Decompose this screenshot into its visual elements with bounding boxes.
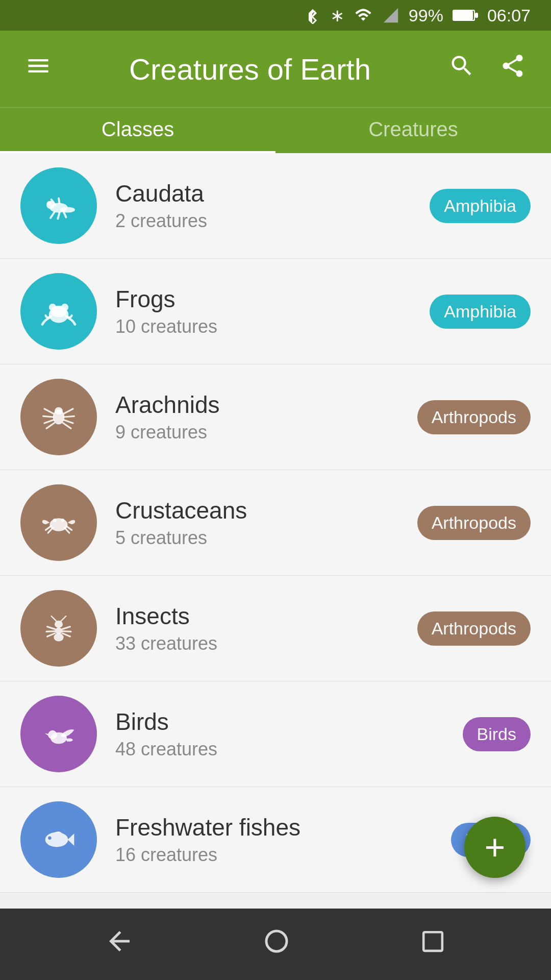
svg-line-24 — [64, 416, 74, 417]
svg-point-16 — [51, 306, 67, 317]
svg-line-39 — [47, 627, 55, 629]
svg-line-41 — [47, 633, 55, 636]
status-bar: ∗ 99% 06:07 — [0, 0, 551, 31]
svg-point-35 — [55, 627, 62, 634]
avatar — [20, 801, 97, 878]
item-count: 33 creatures — [115, 633, 399, 654]
category-badge: Birds — [463, 717, 531, 751]
item-count: 16 creatures — [115, 844, 433, 866]
svg-line-7 — [51, 212, 55, 218]
item-count: 10 creatures — [115, 316, 411, 337]
classes-list: Caudata 2 creatures Amphibia Frogs 10 cr… — [0, 153, 551, 893]
item-info: Caudata 2 creatures — [115, 180, 411, 231]
back-button[interactable] — [104, 926, 135, 963]
app-title: Creatures of Earth — [71, 52, 429, 86]
list-item[interactable]: Crustaceans 5 creatures Arthropods — [0, 470, 551, 576]
status-icons: ∗ 99% 06:07 — [304, 5, 531, 26]
svg-line-44 — [62, 633, 70, 636]
item-name: Insects — [115, 602, 399, 630]
item-info: Insects 33 creatures — [115, 602, 399, 654]
category-badge: Arthropods — [417, 506, 531, 540]
svg-line-9 — [64, 212, 66, 217]
avatar — [20, 273, 97, 350]
svg-line-42 — [62, 627, 70, 629]
item-name: Crustaceans — [115, 497, 399, 525]
svg-point-48 — [48, 837, 51, 840]
svg-point-33 — [61, 519, 64, 522]
tab-classes[interactable]: Classes — [0, 108, 276, 153]
search-button[interactable] — [444, 53, 480, 85]
svg-point-18 — [55, 407, 63, 414]
svg-line-22 — [46, 423, 55, 428]
bottom-navigation — [0, 909, 551, 980]
svg-line-21 — [44, 420, 54, 423]
list-item[interactable]: Arachnids 9 creatures Arthropods — [0, 364, 551, 470]
item-info: Birds 48 creatures — [115, 708, 444, 760]
item-name: Frogs — [115, 285, 411, 313]
category-badge: Amphibia — [430, 295, 531, 329]
battery-text: 99% — [409, 6, 443, 26]
svg-point-46 — [48, 730, 57, 740]
list-item[interactable]: Birds 48 creatures Birds — [0, 681, 551, 787]
svg-line-38 — [61, 616, 66, 621]
item-name: Caudata — [115, 180, 411, 208]
svg-line-43 — [62, 631, 71, 632]
app-bar: Creatures of Earth — [0, 31, 551, 107]
avatar — [20, 167, 97, 244]
svg-rect-50 — [423, 932, 442, 951]
svg-point-34 — [55, 621, 63, 628]
item-count: 2 creatures — [115, 210, 411, 232]
category-badge: Amphibia — [430, 189, 531, 223]
time-display: 06:07 — [487, 6, 531, 26]
svg-line-40 — [46, 631, 55, 632]
signal-icon — [382, 7, 399, 24]
svg-line-11 — [59, 199, 60, 204]
item-name: Freshwater fishes — [115, 814, 433, 842]
svg-point-32 — [53, 519, 56, 522]
add-icon: + — [485, 827, 506, 868]
svg-line-8 — [58, 213, 59, 219]
item-count: 9 creatures — [115, 422, 399, 443]
svg-line-19 — [44, 409, 54, 414]
item-info: Frogs 10 creatures — [115, 285, 411, 337]
item-info: Crustaceans 5 creatures — [115, 497, 399, 548]
item-name: Arachnids — [115, 391, 399, 419]
recent-apps-button[interactable] — [419, 927, 447, 962]
wifi-icon — [354, 7, 373, 24]
svg-line-25 — [64, 420, 73, 423]
svg-point-12 — [47, 201, 52, 205]
svg-point-36 — [54, 633, 63, 642]
tab-bar: Classes Creatures — [0, 107, 551, 153]
item-info: Arachnids 9 creatures — [115, 391, 399, 443]
avatar — [20, 484, 97, 561]
item-count: 5 creatures — [115, 527, 399, 549]
svg-point-6 — [60, 207, 75, 212]
avatar — [20, 590, 97, 667]
list-item[interactable]: Insects 33 creatures Arthropods — [0, 576, 551, 681]
item-count: 48 creatures — [115, 739, 444, 760]
list-item[interactable]: Frogs 10 creatures Amphibia — [0, 259, 551, 364]
category-badge: Arthropods — [417, 611, 531, 646]
avatar — [20, 379, 97, 455]
svg-line-37 — [52, 616, 57, 621]
menu-button[interactable] — [20, 53, 56, 85]
svg-point-47 — [45, 832, 68, 847]
svg-line-23 — [64, 409, 73, 414]
avatar — [20, 696, 97, 772]
bluetooth-icon: ∗ — [330, 5, 344, 26]
category-badge: Arthropods — [417, 400, 531, 434]
svg-point-49 — [266, 931, 287, 951]
bluetooth-icon — [304, 7, 321, 24]
svg-line-20 — [43, 416, 54, 417]
svg-rect-1 — [475, 13, 478, 18]
item-name: Birds — [115, 708, 444, 736]
item-info: Freshwater fishes 16 creatures — [115, 814, 433, 865]
share-button[interactable] — [495, 53, 531, 85]
home-button[interactable] — [261, 926, 292, 963]
tab-creatures[interactable]: Creatures — [276, 108, 551, 153]
add-fab-button[interactable]: + — [464, 817, 525, 878]
svg-line-26 — [63, 423, 71, 428]
list-item[interactable]: Caudata 2 creatures Amphibia — [0, 153, 551, 259]
battery-icon — [453, 8, 478, 23]
svg-rect-3 — [454, 11, 473, 20]
